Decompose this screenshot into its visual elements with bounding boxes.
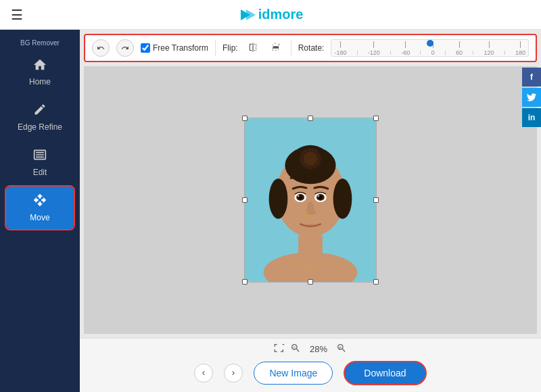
free-transform-checkbox-group: Free Transform bbox=[141, 43, 208, 53]
linkedin-share-button[interactable]: in bbox=[522, 108, 541, 127]
zoom-bar: 28% bbox=[80, 339, 541, 358]
handle-bottom-left[interactable] bbox=[242, 279, 248, 285]
previous-button[interactable] bbox=[194, 364, 213, 383]
facebook-share-button[interactable]: f bbox=[522, 68, 541, 87]
main-layout: BG Remover Home Edge Refine bbox=[0, 30, 541, 392]
handle-bottom-middle[interactable] bbox=[308, 279, 313, 285]
free-transform-label: Free Transform bbox=[153, 43, 208, 53]
handle-middle-right[interactable] bbox=[373, 197, 379, 203]
logo-symbol-icon bbox=[238, 8, 257, 22]
image-canvas[interactable] bbox=[244, 118, 377, 283]
bottom-bar: 28% New Image Download bbox=[80, 338, 541, 392]
sidebar-item-home[interactable]: Home bbox=[6, 51, 74, 93]
sidebar-item-edge-refine[interactable]: Edge Refine bbox=[6, 96, 74, 139]
svg-point-8 bbox=[269, 178, 288, 218]
move-icon bbox=[32, 193, 47, 210]
rotate-handle[interactable] bbox=[427, 40, 433, 47]
logo-text: idmore bbox=[258, 7, 304, 22]
svg-point-19 bbox=[309, 270, 312, 272]
redo-button[interactable] bbox=[116, 39, 134, 57]
new-image-button[interactable]: New Image bbox=[254, 362, 333, 385]
handle-bottom-right[interactable] bbox=[373, 279, 379, 285]
bg-remover-label: BG Remover bbox=[16, 35, 64, 48]
separator-1 bbox=[215, 40, 216, 56]
logo: idmore bbox=[238, 7, 304, 22]
rotate-slider[interactable]: -180 -120 -60 0 60 120 180 bbox=[331, 39, 529, 57]
menu-icon[interactable]: ☰ bbox=[11, 7, 23, 23]
zoom-fit-icon[interactable] bbox=[274, 343, 285, 356]
handle-top-right[interactable] bbox=[373, 116, 379, 121]
handle-top-left[interactable] bbox=[242, 116, 248, 121]
svg-marker-1 bbox=[246, 9, 256, 20]
rotate-label: Rotate: bbox=[298, 43, 325, 53]
svg-point-21 bbox=[304, 152, 317, 166]
handle-middle-left[interactable] bbox=[242, 197, 248, 203]
svg-point-17 bbox=[317, 195, 319, 197]
handle-top-middle[interactable] bbox=[308, 116, 313, 121]
svg-point-9 bbox=[333, 178, 352, 218]
zoom-in-icon[interactable] bbox=[336, 343, 347, 356]
sidebar-item-edit-label: Edit bbox=[33, 168, 47, 177]
sidebar-item-move-label: Move bbox=[30, 213, 49, 222]
toolbar: Free Transform Flip: Rotate: -180 -120 -… bbox=[84, 34, 537, 62]
flip-vertical-button[interactable] bbox=[268, 41, 284, 55]
sidebar-item-edit[interactable]: Edit bbox=[6, 141, 74, 184]
sidebar-item-edge-refine-label: Edge Refine bbox=[18, 122, 62, 132]
next-button[interactable] bbox=[224, 364, 243, 383]
home-icon bbox=[32, 57, 47, 74]
sidebar-item-move[interactable]: Move bbox=[6, 187, 74, 229]
zoom-value: 28% bbox=[306, 344, 331, 354]
content-area: Free Transform Flip: Rotate: -180 -120 -… bbox=[80, 30, 541, 392]
download-button[interactable]: Download bbox=[344, 361, 426, 385]
zoom-out-icon[interactable] bbox=[290, 343, 301, 356]
undo-button[interactable] bbox=[92, 39, 110, 57]
free-transform-checkbox[interactable] bbox=[141, 43, 150, 53]
header: ☰ idmore bbox=[0, 0, 541, 30]
left-sidebar: BG Remover Home Edge Refine bbox=[0, 30, 80, 392]
sidebar-item-home-label: Home bbox=[29, 77, 51, 87]
flip-label: Flip: bbox=[222, 43, 238, 53]
social-sidebar: f in bbox=[522, 68, 541, 127]
flip-horizontal-button[interactable] bbox=[245, 41, 261, 55]
workspace bbox=[84, 66, 537, 334]
action-bar: New Image Download bbox=[80, 358, 541, 391]
edge-refine-icon bbox=[32, 103, 47, 120]
twitter-share-button[interactable] bbox=[522, 88, 541, 107]
person-image bbox=[245, 118, 376, 282]
svg-point-13 bbox=[298, 195, 300, 197]
separator-2 bbox=[291, 40, 291, 56]
edit-icon bbox=[32, 148, 47, 165]
